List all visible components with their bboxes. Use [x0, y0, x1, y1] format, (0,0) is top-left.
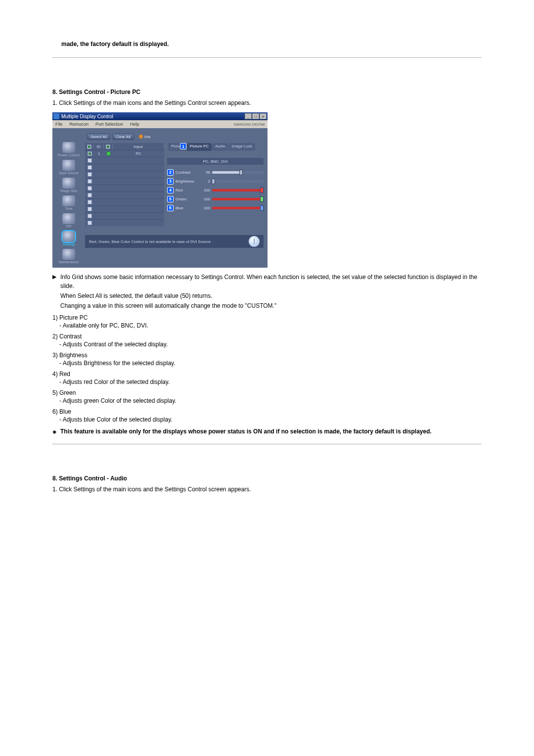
section1-heading: 8. Settings Control - Picture PC	[52, 88, 482, 96]
slider-blue: 6 Blue 100	[167, 203, 264, 212]
app-title: Multiple Display Control	[61, 114, 245, 119]
sidebar: Power Control Input Source Image Size Ti…	[54, 132, 83, 264]
slider-contrast: 2 Contrast 56	[167, 168, 264, 177]
callout-2: 2	[167, 169, 174, 176]
app-icon	[53, 113, 59, 119]
info-icon: !	[249, 236, 260, 247]
tab-image-lock[interactable]: Image Lock	[229, 143, 255, 151]
time-icon	[62, 195, 75, 206]
callout-6: 6	[167, 205, 174, 211]
info-grid: ID Input 1 PC	[85, 143, 164, 226]
image-size-icon	[62, 178, 75, 189]
power-status-icon	[106, 151, 111, 156]
item-2: 2) Contrast - Adjusts Contrast of the se…	[52, 333, 482, 349]
callout-3: 3	[167, 178, 174, 185]
app-window: Multiple Display Control _ □ × File Remo…	[52, 112, 267, 268]
menu-remocon[interactable]: Remocon	[70, 122, 89, 127]
section2-heading: 8. Settings Control - Audio	[52, 474, 482, 483]
bullet-icon: ✱	[52, 429, 56, 435]
callout-4: 4	[167, 187, 174, 193]
brand-label: SAMSUNG DIGITall	[234, 123, 265, 126]
idle-indicator: Idle	[139, 135, 151, 139]
item-6: 6) Blue - Adjusts blue Color of the sele…	[52, 408, 482, 424]
contrast-slider[interactable]	[212, 171, 264, 174]
sidebar-item-maintenance[interactable]: Maintenance	[57, 249, 81, 264]
sub-header: PC, BNC, DVI	[167, 158, 264, 165]
power-icon	[62, 142, 75, 153]
col-input: Input	[113, 144, 164, 149]
clear-all-button[interactable]: Clear All	[112, 134, 134, 140]
section2-step: 1. Click Settings of the main icons and …	[52, 485, 482, 494]
minimize-button[interactable]: _	[245, 113, 252, 119]
top-note: made, the factory default is displayed.	[52, 40, 482, 48]
slider-green: 5 Green 100	[167, 194, 264, 203]
sidebar-item-pip[interactable]: PIP	[57, 213, 81, 228]
row-input: PC	[113, 151, 164, 156]
green-slider[interactable]	[212, 198, 264, 200]
menubar: File Remocon Port Selection Help SAMSUNG…	[52, 120, 267, 128]
blue-slider[interactable]	[212, 207, 264, 209]
table-row[interactable]: 1 PC	[85, 150, 164, 157]
section1-step: 1. Click Settings of the main icons and …	[52, 98, 482, 107]
header-checkbox[interactable]	[87, 144, 91, 149]
sidebar-item-input[interactable]: Input Source	[57, 160, 81, 175]
tab-audio[interactable]: Audio	[212, 143, 228, 151]
red-slider[interactable]	[212, 189, 264, 191]
sidebar-item-image-size[interactable]: Image Size	[57, 178, 81, 192]
info-paragraph: Info Grid shows some basic information n…	[60, 273, 482, 311]
callout-5: 5	[167, 196, 174, 202]
maximize-button[interactable]: □	[252, 113, 259, 119]
tab-picture-pc[interactable]: 1 Picture PC	[187, 143, 212, 151]
settings-icon	[62, 231, 75, 242]
item-4: 4) Red - Adjusts red Color of the select…	[52, 371, 482, 386]
idle-dot-icon	[139, 135, 143, 139]
sidebar-item-power[interactable]: Power Control	[57, 142, 81, 157]
menu-port-selection[interactable]: Port Selection	[95, 122, 123, 127]
close-button[interactable]: ×	[260, 113, 267, 119]
input-icon	[62, 160, 75, 171]
item-1: 1) Picture PC - Available only for PC, B…	[52, 314, 482, 330]
brightness-slider[interactable]	[212, 180, 264, 183]
row-id: 1	[94, 151, 104, 156]
menu-file[interactable]: File	[55, 122, 63, 127]
arrow-right-icon: ▶	[52, 274, 56, 280]
bottom-note: This feature is available only for the d…	[60, 428, 432, 435]
col-id: ID	[94, 144, 104, 149]
item-5: 5) Green - Adjusts green Color of the se…	[52, 389, 482, 405]
maintenance-icon	[62, 249, 75, 260]
footer-note-bar: Red, Green, Blue Color Control is not av…	[85, 235, 264, 248]
pip-icon	[62, 213, 75, 224]
slider-red: 4 Red 100	[167, 186, 264, 194]
sidebar-item-time[interactable]: Time	[57, 195, 81, 210]
callout-1: 1	[180, 143, 186, 149]
row-checkbox[interactable]	[88, 151, 92, 156]
slider-brightness: 3 Brightness 2	[167, 177, 264, 186]
header-status	[106, 144, 110, 149]
titlebar: Multiple Display Control _ □ ×	[52, 112, 267, 120]
item-3: 3) Brightness - Adjusts Brightness for t…	[52, 352, 482, 368]
sidebar-item-settings[interactable]: Settings	[57, 231, 81, 246]
menu-help[interactable]: Help	[130, 122, 139, 127]
select-all-button[interactable]: Select All	[87, 134, 110, 140]
